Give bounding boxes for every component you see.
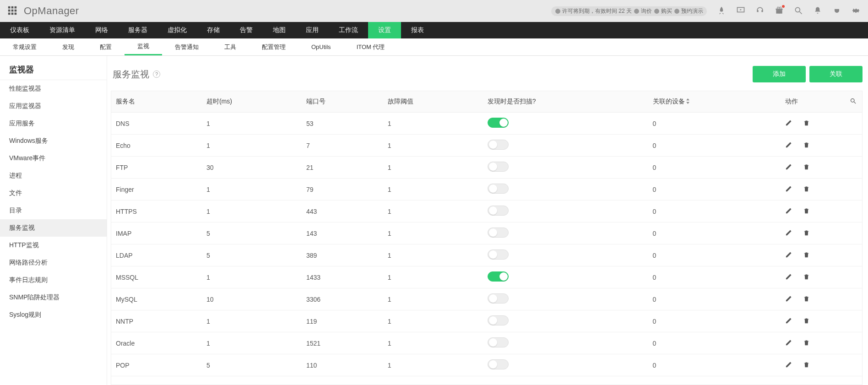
sidebar-item[interactable]: SNMP陷阱处理器 <box>0 289 107 306</box>
cell-service-name[interactable]: POP <box>111 354 202 376</box>
mainnav-item[interactable]: 告警 <box>230 22 263 38</box>
cell-devices[interactable]: 0 <box>648 354 781 376</box>
scan-toggle[interactable] <box>488 337 509 347</box>
cell-service-name[interactable]: MySQL <box>111 288 202 310</box>
headset-icon[interactable] <box>755 6 765 16</box>
cell-service-name[interactable]: FTP <box>111 157 202 179</box>
edit-icon[interactable] <box>785 163 792 172</box>
col-header[interactable]: 服务名 <box>111 91 202 113</box>
subnav-item[interactable]: 发现 <box>49 38 87 55</box>
scan-toggle[interactable] <box>488 162 509 172</box>
mainnav-item[interactable]: 虚拟化 <box>157 22 197 38</box>
delete-icon[interactable] <box>803 361 810 369</box>
subnav-item[interactable]: 告警通知 <box>162 38 212 55</box>
sidebar-item[interactable]: 进程 <box>0 167 107 184</box>
mainnav-item[interactable]: 仪表板 <box>0 22 39 38</box>
sidebar-item[interactable]: HTTP监视 <box>0 237 107 254</box>
edit-icon[interactable] <box>785 295 792 304</box>
scan-toggle[interactable] <box>488 359 509 369</box>
mainnav-item[interactable]: 报表 <box>401 22 434 38</box>
mainnav-item[interactable]: 存储 <box>197 22 230 38</box>
cell-devices[interactable]: 0 <box>648 288 781 310</box>
subnav-item[interactable]: 工具 <box>212 38 249 55</box>
col-header[interactable]: 发现时是否扫描? <box>483 91 648 113</box>
scan-toggle[interactable] <box>488 228 509 238</box>
subnav-item[interactable]: OpUtils <box>298 38 344 55</box>
mainnav-item[interactable]: 设置 <box>368 22 401 38</box>
edit-icon[interactable] <box>785 339 792 347</box>
apps-grid-icon[interactable] <box>7 5 17 17</box>
delete-icon[interactable] <box>803 185 810 194</box>
subnav-item[interactable]: 配置 <box>87 38 125 55</box>
presentation-icon[interactable] <box>736 6 745 16</box>
cell-service-name[interactable]: HTTPS <box>111 201 202 222</box>
col-header[interactable]: 关联的设备 <box>648 91 781 113</box>
cell-devices[interactable]: 0 <box>648 201 781 222</box>
search-icon[interactable] <box>794 6 803 16</box>
cell-service-name[interactable]: MSSQL <box>111 266 202 288</box>
col-header[interactable]: 端口号 <box>302 91 383 113</box>
sidebar-item[interactable]: 应用服务 <box>0 115 107 132</box>
edit-icon[interactable] <box>785 273 792 282</box>
edit-icon[interactable] <box>785 119 792 128</box>
mainnav-item[interactable]: 地图 <box>263 22 296 38</box>
cell-service-name[interactable]: Finger <box>111 179 202 201</box>
table-search-icon[interactable] <box>844 91 862 113</box>
help-icon[interactable]: ? <box>153 70 160 78</box>
sidebar-item[interactable]: Syslog规则 <box>0 306 107 324</box>
link-button[interactable]: 关联 <box>809 66 863 82</box>
plug-icon[interactable] <box>832 6 841 16</box>
edit-icon[interactable] <box>785 229 792 238</box>
cell-service-name[interactable]: Echo <box>111 135 202 157</box>
cell-service-name[interactable]: IMAP <box>111 222 202 244</box>
license-pill[interactable]: 许可将到期，有效时间 22 天 询价 购买 预约演示 <box>551 6 707 16</box>
add-button[interactable]: 添加 <box>753 66 806 82</box>
sidebar-item[interactable]: 性能监视器 <box>0 80 107 98</box>
cell-devices[interactable]: 0 <box>648 266 781 288</box>
cell-service-name[interactable]: DNS <box>111 113 202 135</box>
cell-devices[interactable]: 0 <box>648 222 781 244</box>
scan-toggle[interactable] <box>488 271 509 282</box>
cell-devices[interactable]: 0 <box>648 113 781 135</box>
delete-icon[interactable] <box>803 229 810 238</box>
subnav-item[interactable]: 配置管理 <box>249 38 298 55</box>
delete-icon[interactable] <box>803 251 810 260</box>
edit-icon[interactable] <box>785 141 792 150</box>
sidebar-item[interactable]: 应用监视器 <box>0 98 107 115</box>
col-header[interactable]: 故障阈值 <box>383 91 483 113</box>
gift-icon[interactable] <box>775 6 784 16</box>
subnav-item[interactable]: 监视 <box>125 38 162 55</box>
cell-service-name[interactable]: Oracle <box>111 332 202 354</box>
delete-icon[interactable] <box>803 207 810 216</box>
cell-devices[interactable]: 0 <box>648 244 781 266</box>
scan-toggle[interactable] <box>488 206 509 216</box>
sidebar-item[interactable]: 网络路径分析 <box>0 254 107 271</box>
mainnav-item[interactable]: 工作流 <box>329 22 368 38</box>
sidebar-item[interactable]: 目录 <box>0 202 107 219</box>
mainnav-item[interactable]: 应用 <box>296 22 329 38</box>
cell-devices[interactable]: 0 <box>648 332 781 354</box>
sidebar-item[interactable]: 事件日志规则 <box>0 271 107 289</box>
delete-icon[interactable] <box>803 141 810 150</box>
scan-toggle[interactable] <box>488 293 509 304</box>
edit-icon[interactable] <box>785 251 792 260</box>
cell-service-name[interactable]: NNTP <box>111 310 202 332</box>
delete-icon[interactable] <box>803 119 810 128</box>
scan-toggle[interactable] <box>488 118 509 128</box>
sidebar-item[interactable]: VMware事件 <box>0 150 107 167</box>
cell-service-name[interactable]: LDAP <box>111 244 202 266</box>
sidebar-item[interactable]: 文件 <box>0 184 107 202</box>
cell-devices[interactable]: 0 <box>648 310 781 332</box>
scan-toggle[interactable] <box>488 315 509 325</box>
bell-icon[interactable] <box>813 6 822 16</box>
rocket-icon[interactable] <box>717 6 726 16</box>
delete-icon[interactable] <box>803 317 810 325</box>
cell-devices[interactable]: 0 <box>648 135 781 157</box>
subnav-item[interactable]: ITOM 代理 <box>344 38 398 55</box>
cell-devices[interactable]: 0 <box>648 179 781 201</box>
delete-icon[interactable] <box>803 273 810 282</box>
edit-icon[interactable] <box>785 317 792 325</box>
edit-icon[interactable] <box>785 185 792 194</box>
delete-icon[interactable] <box>803 295 810 304</box>
delete-icon[interactable] <box>803 339 810 347</box>
